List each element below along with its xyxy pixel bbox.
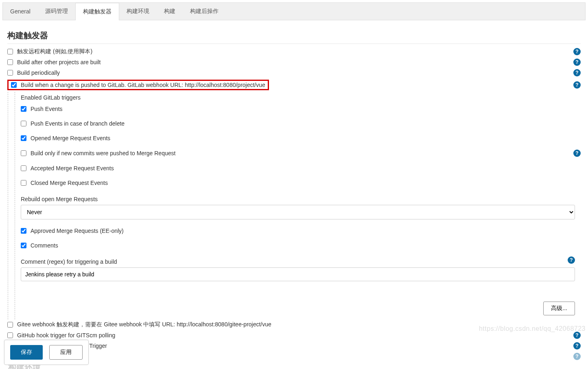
- gitlab-push-events-row: Push Events: [15, 102, 581, 116]
- trigger-periodically-row: Build periodically ?: [7, 67, 581, 78]
- trigger-pollscm-row: Poll SCM ?: [7, 351, 581, 362]
- tab-general[interactable]: General: [3, 3, 38, 20]
- gitlab-rebuild-field: Rebuild open Merge Requests Never: [15, 190, 581, 224]
- trigger-gitee-row: Gitee webhook 触发构建，需要在 Gitee webhook 中填写…: [7, 319, 581, 330]
- save-button[interactable]: 保存: [10, 345, 43, 360]
- trigger-after-other-label[interactable]: Build after other projects are built: [17, 59, 101, 65]
- help-icon[interactable]: ?: [573, 69, 581, 76]
- gitlab-comments-checkbox[interactable]: [21, 243, 26, 248]
- gitlab-approved-mr-label[interactable]: Approved Merge Requests (EE-only): [31, 228, 124, 234]
- gitlab-comment-regex-field: Comment (regex) for triggering a build ?: [15, 253, 581, 285]
- gitlab-accepted-mr-label[interactable]: Accepted Merge Request Events: [31, 165, 114, 171]
- help-icon[interactable]: ?: [573, 332, 581, 339]
- gitlab-nested: Enabled GitLab triggers Push Events Push…: [15, 92, 581, 319]
- trigger-github-checkbox[interactable]: [7, 332, 13, 338]
- gitlab-approved-mr-row: Approved Merge Requests (EE-only): [15, 224, 581, 238]
- trigger-periodically-checkbox[interactable]: [7, 70, 13, 76]
- gitlab-push-events-checkbox[interactable]: [21, 106, 26, 112]
- gitlab-push-events-label[interactable]: Push Events: [31, 106, 63, 112]
- trigger-gitee-label[interactable]: Gitee webhook 触发构建，需要在 Gitee webhook 中填写…: [17, 321, 271, 328]
- gitlab-opened-mr-row: Opened Merge Request Events: [15, 131, 581, 145]
- gitlab-approved-mr-checkbox[interactable]: [21, 228, 26, 234]
- help-icon[interactable]: ?: [573, 59, 581, 66]
- gitlab-rebuild-select[interactable]: Never: [21, 205, 575, 219]
- trigger-gitlab-checkbox[interactable]: [11, 82, 17, 88]
- gitlab-closed-mr-checkbox[interactable]: [21, 180, 26, 186]
- help-icon[interactable]: ?: [568, 256, 575, 264]
- gitlab-comment-regex-input[interactable]: [21, 267, 575, 281]
- trigger-periodically-label[interactable]: Build periodically: [17, 69, 60, 76]
- trigger-github-label[interactable]: GitHub hook trigger for GITScm polling: [17, 332, 115, 339]
- gitlab-comments-label[interactable]: Comments: [31, 242, 58, 249]
- next-section-faded: 构建环境: [7, 362, 581, 369]
- gitlab-push-delete-row: Push Events in case of branch delete: [15, 116, 581, 131]
- gitlab-push-delete-label[interactable]: Push Events in case of branch delete: [31, 120, 125, 127]
- trigger-gitlab-label[interactable]: Build when a change is pushed to GitLab.…: [21, 82, 265, 88]
- advanced-button[interactable]: 高级...: [543, 302, 575, 315]
- gitlab-rebuild-label: Rebuild open Merge Requests: [21, 190, 575, 205]
- save-bar: 保存 应用: [4, 340, 89, 365]
- trigger-gitee-checkbox[interactable]: [7, 322, 13, 328]
- trigger-github-row: GitHub hook trigger for GITScm polling ?: [7, 330, 581, 341]
- gitlab-opened-mr-checkbox[interactable]: [21, 135, 26, 141]
- gitlab-closed-mr-label[interactable]: Closed Merge Request Events: [31, 180, 108, 186]
- tab-environment[interactable]: 构建环境: [119, 3, 157, 20]
- gitlab-push-delete-checkbox[interactable]: [21, 121, 26, 126]
- gitlab-opened-mr-label[interactable]: Opened Merge Request Events: [31, 135, 110, 141]
- trigger-maven-row: Maven Dependency Update Trigger ?: [7, 341, 581, 351]
- trigger-remote-row: 触发远程构建 (例如,使用脚本) ?: [7, 46, 581, 57]
- tab-triggers[interactable]: 构建触发器: [75, 3, 119, 20]
- advanced-row: 高级...: [15, 285, 581, 319]
- tab-source[interactable]: 源码管理: [38, 3, 75, 20]
- trigger-after-other-row: Build after other projects are built ?: [7, 57, 581, 67]
- help-icon[interactable]: ?: [573, 353, 581, 360]
- help-icon[interactable]: ?: [573, 342, 581, 349]
- content-area: 构建触发器 触发远程构建 (例如,使用脚本) ? Build after oth…: [0, 23, 588, 369]
- gitlab-accepted-mr-checkbox[interactable]: [21, 165, 26, 171]
- trigger-remote-checkbox[interactable]: [7, 49, 13, 54]
- help-icon[interactable]: ?: [573, 81, 581, 89]
- gitlab-comments-row: Comments: [15, 238, 581, 253]
- section-title: 构建触发器: [7, 27, 581, 44]
- gitlab-enabled-title: Enabled GitLab triggers: [15, 92, 581, 102]
- trigger-after-other-checkbox[interactable]: [7, 59, 13, 65]
- gitlab-closed-mr-row: Closed Merge Request Events: [15, 176, 581, 190]
- gitlab-new-commits-label[interactable]: Build only if new commits were pushed to…: [31, 150, 175, 156]
- gitlab-new-commits-row: Build only if new commits were pushed to…: [15, 145, 581, 161]
- trigger-remote-label[interactable]: 触发远程构建 (例如,使用脚本): [17, 48, 92, 55]
- tab-build[interactable]: 构建: [157, 3, 183, 20]
- gitlab-highlight-box: Build when a change is pushed to GitLab.…: [7, 80, 269, 90]
- trigger-gitlab-row: Build when a change is pushed to GitLab.…: [7, 78, 581, 92]
- gitlab-comment-regex-label: Comment (regex) for triggering a build: [21, 253, 568, 267]
- help-icon[interactable]: ?: [573, 150, 581, 157]
- tab-post[interactable]: 构建后操作: [183, 3, 226, 20]
- apply-button[interactable]: 应用: [49, 345, 83, 360]
- config-tabs: General 源码管理 构建触发器 构建环境 构建 构建后操作: [2, 2, 586, 20]
- help-icon[interactable]: ?: [573, 48, 581, 55]
- gitlab-accepted-mr-row: Accepted Merge Request Events: [15, 161, 581, 176]
- gitlab-new-commits-checkbox[interactable]: [21, 150, 26, 156]
